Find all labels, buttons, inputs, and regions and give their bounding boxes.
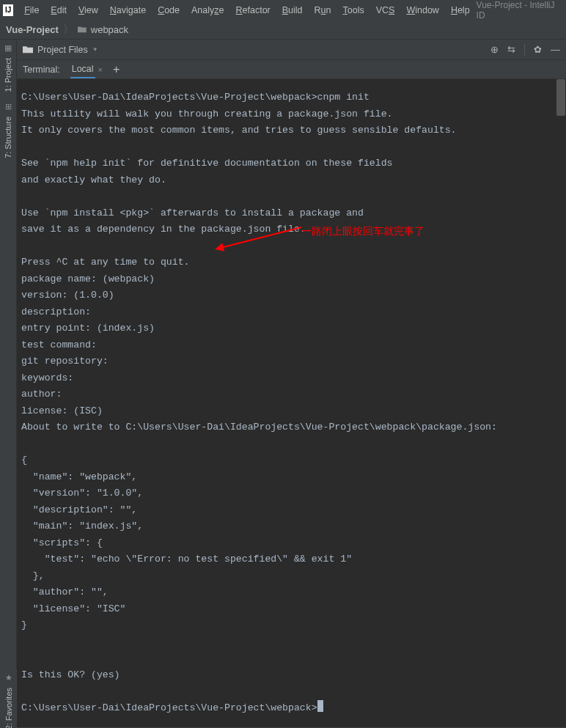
menu-analyze[interactable]: Analyze xyxy=(186,4,229,17)
breadcrumb: Vue-Project 〉 webpack xyxy=(0,20,566,40)
term-line: keywords: xyxy=(21,372,73,383)
term-line: "description": "", xyxy=(21,504,137,515)
folder-icon xyxy=(23,45,33,54)
term-line: } xyxy=(21,619,27,630)
term-line: C:\Users\User-Dai\IdeaProjects\Vue-Proje… xyxy=(21,92,370,103)
annotation-text: 一路闭上眼按回车就完事了 xyxy=(301,223,425,240)
term-line: entry point: (index.js) xyxy=(21,323,155,334)
term-line: C:\Users\User-Dai\IdeaProjects\Vue-Proje… xyxy=(21,702,317,713)
term-line: git repository: xyxy=(21,356,109,367)
term-line: Use `npm install <pkg>` afterwards to in… xyxy=(21,207,364,218)
minimize-icon[interactable]: — xyxy=(551,44,560,55)
menu-file[interactable]: File xyxy=(19,4,44,17)
term-line: About to write to C:\Users\User-Dai\Idea… xyxy=(21,422,497,433)
term-line: { xyxy=(21,455,27,466)
term-line: "version": "1.0.0", xyxy=(21,488,143,499)
tab-local[interactable]: Local xyxy=(70,61,95,78)
terminal-tabs: Terminal: Local × + xyxy=(17,60,566,79)
intellij-logo-icon: IJ xyxy=(3,4,13,16)
menu-refactor[interactable]: Refactor xyxy=(231,4,276,17)
term-line: license: (ISC) xyxy=(21,405,103,416)
chevron-right-icon: 〉 xyxy=(63,23,73,36)
chevron-down-icon: ▼ xyxy=(92,46,98,53)
term-line: description: xyxy=(21,306,91,317)
structure-icon: ⊞ xyxy=(5,102,12,111)
add-tab-icon[interactable]: + xyxy=(113,63,120,76)
term-line: "name": "webpack", xyxy=(21,471,137,482)
project-toolbar: Project Files ▼ ⊕ ⇆ ✿ — xyxy=(17,40,566,60)
menu-tools[interactable]: Tools xyxy=(338,4,370,17)
collapse-icon[interactable]: ⇆ xyxy=(507,44,515,55)
terminal-label: Terminal: xyxy=(23,65,60,75)
menu-view[interactable]: View xyxy=(73,4,103,17)
term-line: It only covers the most common items, an… xyxy=(21,125,457,136)
gear-icon[interactable]: ✿ xyxy=(534,44,542,55)
rail-label: 2: Favorites xyxy=(4,688,13,728)
project-files-dropdown[interactable]: Project Files ▼ xyxy=(23,45,98,55)
close-tab-icon[interactable]: × xyxy=(98,65,103,74)
target-icon[interactable]: ⊕ xyxy=(490,44,499,55)
menu-code[interactable]: Code xyxy=(152,4,185,17)
term-line: version: (1.0.0) xyxy=(21,290,114,301)
rail-tab-project[interactable]: ▦ 1: Project xyxy=(0,40,16,98)
term-line: and exactly what they do. xyxy=(21,174,166,185)
left-tool-rail: ▦ 1: Project ⊞ 7: Structure xyxy=(0,40,17,727)
term-line: author: xyxy=(21,389,62,400)
menu-build[interactable]: Build xyxy=(277,4,308,17)
term-line: save it as a dependency in the package.j… xyxy=(21,224,306,235)
term-line: This utility will walk you through creat… xyxy=(21,109,392,120)
terminal-output[interactable]: C:\Users\User-Dai\IdeaProjects\Vue-Proje… xyxy=(17,79,566,727)
menu-edit[interactable]: Edit xyxy=(45,4,72,17)
term-line: See `npm help init` for definitive docum… xyxy=(21,158,392,169)
cursor xyxy=(317,700,323,712)
bottom-rail: ★ 2: Favorites xyxy=(0,669,17,728)
term-line: Is this OK? (yes) xyxy=(21,669,120,680)
project-icon: ▦ xyxy=(4,43,12,53)
term-line: "main": "index.js", xyxy=(21,521,143,532)
menu-bar: IJ File Edit View Navigate Code Analyze … xyxy=(0,0,566,20)
menu-run[interactable]: Run xyxy=(309,4,337,17)
term-line: "author": "", xyxy=(21,587,109,598)
breadcrumb-item[interactable]: webpack xyxy=(91,24,128,35)
menu-navigate[interactable]: Navigate xyxy=(105,4,151,17)
star-icon: ★ xyxy=(5,673,12,683)
term-line: }, xyxy=(21,570,45,581)
term-line: Press ^C at any time to quit. xyxy=(21,257,190,268)
rail-tab-structure[interactable]: ⊞ 7: Structure xyxy=(0,98,16,165)
rail-label: 1: Project xyxy=(4,58,12,92)
folder-icon xyxy=(78,25,87,34)
window-title: Vue-Project - IntelliJ ID xyxy=(477,0,563,21)
rail-label: 7: Structure xyxy=(4,117,12,158)
scrollbar-thumb[interactable] xyxy=(556,79,565,116)
menu-help[interactable]: Help xyxy=(446,4,475,17)
term-line: "test": "echo \"Error: no test specified… xyxy=(21,554,352,565)
breadcrumb-root[interactable]: Vue-Project xyxy=(6,24,59,35)
project-files-label: Project Files xyxy=(37,45,88,55)
menu-vcs[interactable]: VCS xyxy=(371,4,400,17)
term-line: "scripts": { xyxy=(21,537,103,548)
rail-tab-favorites[interactable]: ★ 2: Favorites xyxy=(0,669,17,728)
term-line: "license": "ISC" xyxy=(21,603,125,614)
term-line: package name: (webpack) xyxy=(21,273,155,284)
menu-window[interactable]: Window xyxy=(401,4,444,17)
term-line: test command: xyxy=(21,339,97,350)
divider xyxy=(524,44,525,56)
